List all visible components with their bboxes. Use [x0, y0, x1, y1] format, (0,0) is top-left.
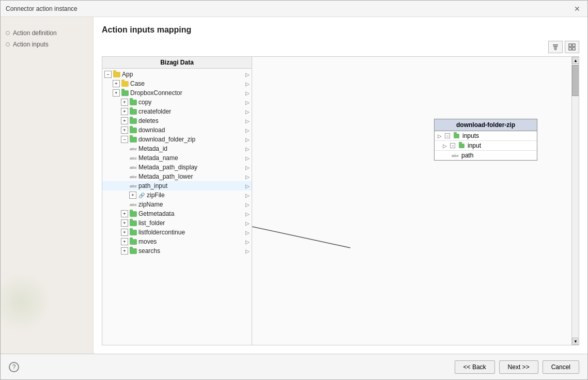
svg-rect-4: [569, 44, 571, 46]
toggle-download-folder-zip[interactable]: −: [121, 136, 128, 143]
footer-left: ?: [9, 362, 19, 372]
label-dropbox: DropboxConnector: [130, 89, 182, 97]
svg-rect-5: [572, 44, 575, 46]
sidebar-label-action-definition: Action definition: [13, 29, 57, 37]
help-button[interactable]: ?: [9, 362, 19, 372]
tree-item-zipfile[interactable]: + 🔗 zipFile ▷: [102, 191, 252, 200]
toggle-getmetadata[interactable]: +: [121, 210, 128, 217]
bullet-icon: [6, 31, 10, 35]
tree-item-download[interactable]: + download ▷: [102, 125, 252, 135]
label-moves: moves: [138, 238, 157, 245]
sidebar: Action definition Action inputs: [1, 17, 94, 354]
toggle-deletes[interactable]: +: [121, 117, 128, 124]
tree-item-createfolder[interactable]: + createfolder ▷: [102, 107, 252, 116]
label-input: input: [468, 142, 481, 149]
label-inputs: inputs: [462, 132, 479, 139]
link-icon-zipfile: 🔗: [137, 192, 146, 199]
tree-item-metada-path-lower[interactable]: abc Metada_path_lower ▷: [102, 172, 252, 181]
arrow-moves: ▷: [245, 239, 250, 245]
tree-item-getmetadata[interactable]: + Getmetadata ▷: [102, 209, 252, 218]
layout-button[interactable]: [565, 41, 579, 53]
right-panel: download-folder-zip ▷ − inputs: [252, 57, 579, 345]
sidebar-item-action-inputs[interactable]: Action inputs: [6, 39, 88, 50]
toggle-createfolder[interactable]: +: [121, 108, 128, 115]
left-panel: Bizagi Data − App ▷: [102, 57, 252, 345]
tree-item-download-folder-zip[interactable]: − download_folder_zip ▷: [102, 135, 252, 144]
label-zipname: zipName: [138, 201, 163, 208]
cancel-button[interactable]: Cancel: [543, 360, 579, 374]
toggle-dropbox[interactable]: +: [113, 89, 120, 97]
back-button[interactable]: << Back: [455, 360, 495, 374]
connector-svg: [252, 57, 579, 345]
arrow-metada-path-lower: ▷: [245, 174, 250, 180]
toggle-input[interactable]: −: [450, 143, 455, 148]
tree-item-deletes[interactable]: + deletes ▷: [102, 116, 252, 125]
tree-item-metada-name[interactable]: abc Metada_name ▷: [102, 153, 252, 163]
toggle-moves[interactable]: +: [121, 238, 128, 245]
mapping-item-inputs[interactable]: ▷ − inputs: [435, 131, 537, 141]
scroll-thumb[interactable]: [572, 65, 579, 96]
close-button[interactable]: ✕: [572, 4, 582, 13]
scroll-down-button[interactable]: ▼: [572, 338, 579, 345]
tree-container[interactable]: − App ▷ +: [102, 69, 252, 345]
label-zipfile: zipFile: [147, 192, 165, 199]
window: Connector action instance ✕ Action defin…: [0, 0, 588, 380]
mapping-area: Bizagi Data − App ▷: [102, 56, 579, 345]
arrow-path-input: ▷: [245, 183, 250, 189]
tree-item-copy[interactable]: + copy ▷: [102, 98, 252, 107]
mapping-item-path[interactable]: abc path: [435, 151, 537, 160]
tree-item-dropbox[interactable]: + DropboxConnector ▷: [102, 88, 252, 98]
arrow-app: ▷: [245, 72, 250, 77]
expand-input[interactable]: ▷: [443, 143, 448, 149]
toggle-list-folder[interactable]: +: [121, 219, 128, 227]
svg-rect-7: [572, 48, 575, 50]
expand-inputs[interactable]: ▷: [438, 133, 443, 139]
folder-icon-getmetadata: [129, 210, 137, 217]
tree-item-listfoldercontinue[interactable]: + listfoldercontinue ▷: [102, 228, 252, 237]
folder-icon-case: [121, 80, 129, 87]
arrow-copy: ▷: [245, 100, 250, 105]
tree-item-case[interactable]: + Case ▷: [102, 79, 252, 88]
tree-item-app[interactable]: − App ▷: [102, 70, 252, 79]
toggle-searchs[interactable]: +: [121, 247, 128, 255]
label-download: download: [138, 126, 165, 134]
svg-line-8: [252, 227, 350, 248]
label-list-folder: list_folder: [138, 219, 165, 227]
label-metada-id: Metada_id: [138, 145, 167, 152]
arrow-zipname: ▷: [245, 202, 250, 208]
tree-item-moves[interactable]: + moves ▷: [102, 237, 252, 246]
tree-item-searchs[interactable]: + searchs ▷: [102, 246, 252, 256]
folder-icon-createfolder: [129, 108, 137, 115]
arrow-zipfile: ▷: [245, 193, 250, 198]
footer: ? << Back Next >> Cancel: [1, 354, 587, 379]
sidebar-decoration: [1, 271, 52, 333]
toggle-download[interactable]: +: [121, 126, 128, 134]
label-path: path: [461, 152, 473, 159]
toggle-copy[interactable]: +: [121, 99, 128, 106]
toggle-listfoldercontinue[interactable]: +: [121, 229, 128, 236]
sidebar-item-action-definition[interactable]: Action definition: [6, 27, 88, 39]
tree-item-metada-path-display[interactable]: abc Metada_path_display ▷: [102, 163, 252, 172]
folder-icon-listfoldercontinue: [129, 229, 137, 236]
arrow-download-folder-zip: ▷: [245, 137, 250, 142]
tree-item-zipname[interactable]: abc zipName ▷: [102, 200, 252, 209]
toggle-case[interactable]: +: [113, 80, 120, 87]
mapping-item-input[interactable]: ▷ − input: [435, 141, 537, 151]
label-createfolder: createfolder: [138, 108, 171, 115]
filter-icon: [552, 43, 559, 51]
folder-icon-input: [457, 142, 466, 149]
toggle-inputs[interactable]: −: [445, 133, 450, 138]
tree-item-path-input[interactable]: abc path_input ▷: [102, 181, 252, 191]
tree-item-metada-id[interactable]: abc Metada_id ▷: [102, 144, 252, 153]
filter-button[interactable]: [548, 41, 563, 53]
toggle-app[interactable]: −: [104, 71, 112, 78]
scrollbar-vertical[interactable]: ▲ ▼: [571, 57, 579, 345]
tree-item-list-folder[interactable]: + list_folder ▷: [102, 218, 252, 228]
next-button[interactable]: Next >>: [499, 360, 538, 374]
folder-icon-searchs: [129, 247, 137, 255]
arrow-listfoldercontinue: ▷: [245, 230, 250, 235]
scroll-up-button[interactable]: ▲: [572, 57, 579, 64]
toggle-zipfile[interactable]: +: [129, 192, 136, 199]
label-metada-path-display: Metada_path_display: [138, 164, 197, 171]
content-area: Action definition Action inputs Action i…: [1, 17, 587, 354]
